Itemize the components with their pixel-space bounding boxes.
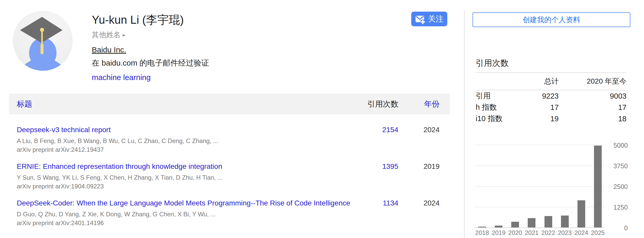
paper-main: DeepSeek-Coder: When the Large Language … xyxy=(17,198,354,227)
citation-stats-title: 引用次数 xyxy=(476,57,626,69)
chart-y-label: 1250 xyxy=(607,203,628,211)
citation-stats-panel: 引用次数 总计 2020 年至今 引用 9223 9003 h 指数 17 17… xyxy=(476,57,626,124)
chart-bar-2019[interactable] xyxy=(495,226,502,227)
paper-venue: arXiv preprint arXiv:1904.09223 xyxy=(17,182,354,191)
stats-row-i10-index: i10 指数 19 18 xyxy=(476,113,626,124)
chart-gridline xyxy=(474,186,605,187)
stats-label: 引用 xyxy=(476,91,517,101)
paper-title-link[interactable]: DeepSeek-Coder: When the Large Language … xyxy=(17,198,354,208)
chart-bar-2018[interactable] xyxy=(478,227,486,227)
citation-stats-header: 总计 2020 年至今 xyxy=(476,72,626,90)
paper-row: DeepSeek-Coder: When the Large Language … xyxy=(9,194,450,231)
default-scholar-avatar-icon xyxy=(12,10,73,71)
stats-row-h-index: h 指数 17 17 xyxy=(476,102,626,113)
stats-value-since[interactable]: 18 xyxy=(559,115,626,123)
paper-citations-link[interactable]: 1134 xyxy=(354,198,398,208)
chart-y-label: 5000 xyxy=(607,141,628,149)
paper-venue: arXiv preprint arXiv:2412.19437 xyxy=(17,145,354,154)
chart-x-label: 2023 xyxy=(556,229,574,236)
chart-gridline xyxy=(474,145,605,145)
paper-row: ERNIE: Enhanced representation through k… xyxy=(9,158,450,194)
chart-x-label: 2020 xyxy=(506,229,524,236)
stats-col-all: 总计 xyxy=(517,76,559,86)
paper-year: 2019 xyxy=(398,161,440,172)
papers-table: 标题 引用次数 年份 Deepseek-v3 technical report … xyxy=(9,94,450,231)
paper-year: 2024 xyxy=(398,198,440,208)
chart-x-label: 2018 xyxy=(473,229,491,236)
profile-name: Yu-kun Li (李宇琨) xyxy=(92,13,209,27)
paper-title-link[interactable]: ERNIE: Enhanced representation through k… xyxy=(17,161,354,172)
stats-value-all[interactable]: 17 xyxy=(517,103,559,112)
paper-main: ERNIE: Enhanced representation through k… xyxy=(17,161,354,191)
paper-main: Deepseek-v3 technical report A Liu, B Fe… xyxy=(17,125,354,154)
affiliation-link[interactable]: Baidu Inc. xyxy=(92,45,126,54)
follow-button[interactable]: 关注 xyxy=(411,12,447,26)
stats-label: i10 指数 xyxy=(476,114,517,124)
stats-col-since: 2020 年至今 xyxy=(559,76,626,86)
chart-x-label: 2021 xyxy=(523,229,541,236)
sort-by-title-link[interactable]: 标题 xyxy=(17,99,354,109)
stats-value-all[interactable]: 19 xyxy=(517,115,559,123)
chart-gridline xyxy=(474,165,605,166)
chart-bar-2025[interactable] xyxy=(594,146,602,227)
stats-value-all[interactable]: 9223 xyxy=(517,92,559,100)
chart-x-label: 2025 xyxy=(589,229,607,236)
paper-venue: arXiv preprint arXiv:2401.14196 xyxy=(17,219,354,227)
chart-bar-2024[interactable] xyxy=(577,200,585,227)
follow-label: 关注 xyxy=(428,14,443,24)
sort-by-year-link[interactable]: 年份 xyxy=(398,99,440,109)
avatar xyxy=(12,10,73,71)
email-verified-text: 在 baidu.com 的电子邮件经过验证 xyxy=(92,58,209,68)
chart-bar-2023[interactable] xyxy=(561,216,569,227)
stats-row-citations: 引用 9223 9003 xyxy=(476,90,626,102)
stats-value-since[interactable]: 17 xyxy=(559,103,626,112)
paper-year: 2024 xyxy=(398,125,440,135)
paper-title-link[interactable]: Deepseek-v3 technical report xyxy=(17,125,354,135)
chart-x-label: 2024 xyxy=(572,229,590,236)
envelope-plus-icon xyxy=(415,14,425,24)
stats-label: h 指数 xyxy=(476,102,517,113)
paper-row: Deepseek-v3 technical report A Liu, B Fe… xyxy=(9,121,450,158)
cited-by-header: 引用次数 xyxy=(354,99,398,109)
create-profile-button[interactable]: 创建我的个人资料 xyxy=(473,12,630,27)
stats-value-since[interactable]: 9003 xyxy=(559,92,626,100)
sidebar-divider xyxy=(464,10,465,238)
chart-y-axis: 01250250037505000 xyxy=(607,139,628,238)
chart-y-label: 0 xyxy=(607,224,628,232)
chart-x-label: 2022 xyxy=(539,229,557,236)
chart-bar-2022[interactable] xyxy=(544,216,552,227)
paper-authors: D Guo, Q Zhu, D Yang, Z Xie, K Dong, W Z… xyxy=(17,210,354,219)
chart-y-label: 3750 xyxy=(607,162,628,170)
paper-citations-link[interactable]: 1395 xyxy=(354,161,398,172)
paper-authors: A Liu, B Feng, B Xue, B Wang, B Wu, C Lu… xyxy=(17,137,354,145)
other-names-toggle[interactable]: 其他姓名 ▸ xyxy=(92,30,125,40)
chart-y-label: 2500 xyxy=(607,183,628,191)
chart-bar-2020[interactable] xyxy=(511,222,519,227)
paper-authors: Y Sun, S Wang, YK Li, S Feng, X Chen, H … xyxy=(17,173,354,182)
citations-chart: 01250250037505000 2018201920202021202220… xyxy=(474,139,644,238)
chart-plot-area xyxy=(474,139,605,228)
interest-link[interactable]: machine learning xyxy=(92,73,151,82)
paper-citations-link[interactable]: 2154 xyxy=(354,125,398,135)
papers-table-header: 标题 引用次数 年份 xyxy=(9,94,450,114)
chevron-right-icon: ▸ xyxy=(123,32,125,38)
other-names-label: 其他姓名 xyxy=(92,30,121,40)
chart-x-label: 2019 xyxy=(490,229,508,236)
chart-bar-2021[interactable] xyxy=(528,218,535,227)
chart-x-axis-line xyxy=(474,227,605,228)
